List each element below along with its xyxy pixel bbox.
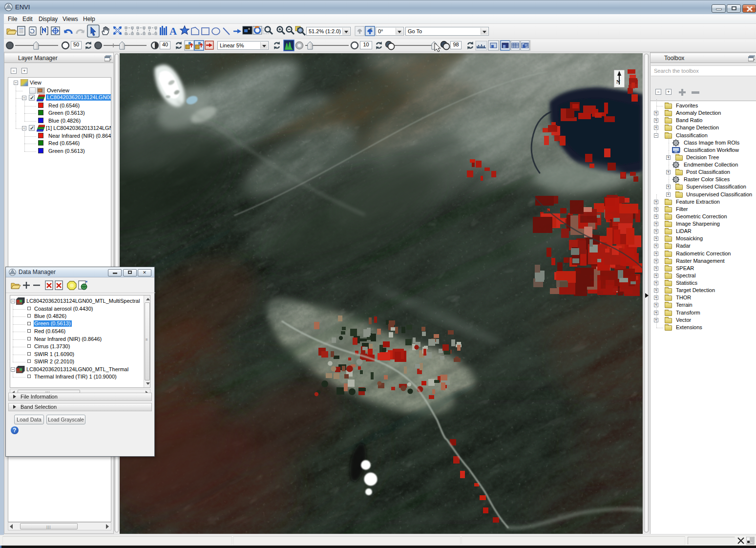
svg-text:N: N xyxy=(616,79,620,84)
svg-text:A: A xyxy=(169,25,177,37)
svg-text:n: n xyxy=(370,27,372,30)
